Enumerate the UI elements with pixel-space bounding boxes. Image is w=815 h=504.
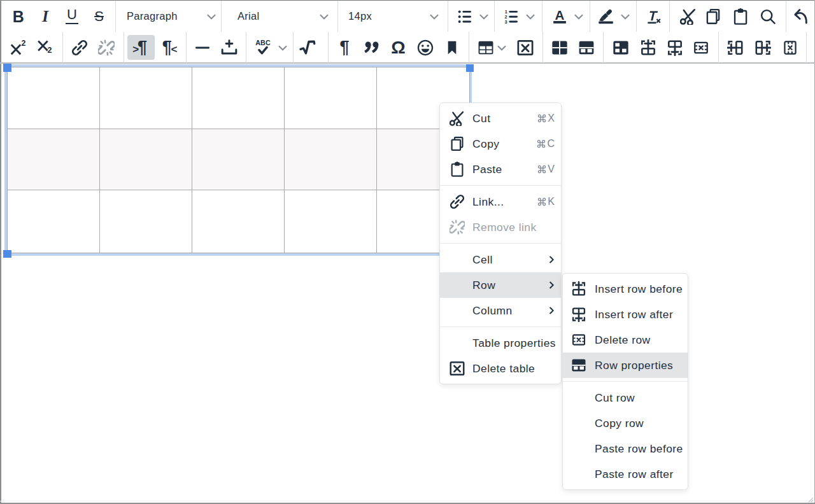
- svg-text:ABC: ABC: [255, 39, 271, 46]
- svg-text:3: 3: [505, 18, 507, 24]
- svg-text:A: A: [555, 8, 564, 22]
